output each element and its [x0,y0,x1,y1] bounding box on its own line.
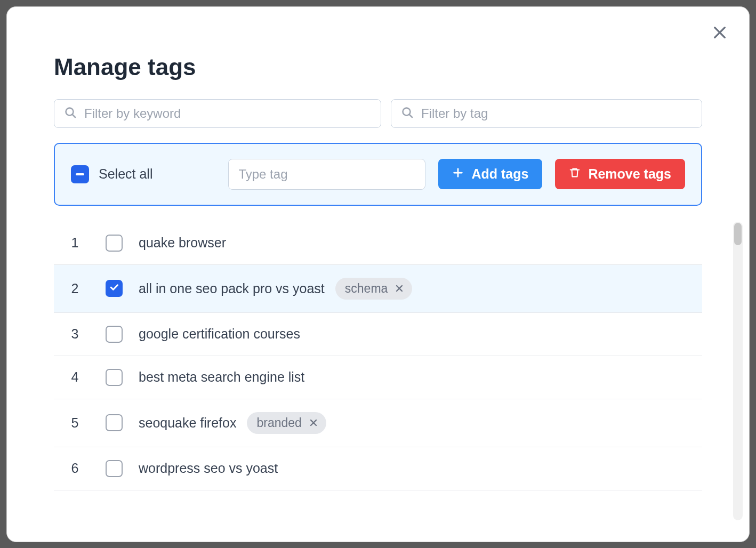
keyword-text: all in one seo pack pro vs yoast [139,281,325,296]
minus-icon [76,173,84,175]
add-tags-label: Add tags [471,166,528,182]
row-content: quake browser [139,235,696,251]
row-number: 1 [60,235,90,251]
row-number: 2 [60,281,90,296]
row-content: wordpress seo vs yoast [139,461,696,476]
tag-remove-icon[interactable] [308,417,319,428]
row-number: 6 [60,461,90,476]
keyword-text: quake browser [139,235,226,251]
row-number: 3 [60,326,90,342]
row-checkbox[interactable] [106,460,123,477]
list-item: 4 best meta search engine list [54,356,702,399]
row-number: 4 [60,369,90,385]
remove-tags-label: Remove tags [588,166,671,182]
row-checkbox[interactable] [106,414,123,431]
tag-remove-icon[interactable] [394,283,405,294]
tag-chip: branded [247,412,326,434]
bulk-actions-bar: Select all Add tags Remove tags [54,143,702,206]
add-tags-button[interactable]: Add tags [438,159,542,189]
modal-title: Manage tags [54,54,702,80]
row-content: google certification courses [139,326,696,342]
tag-chip: schema [335,278,413,300]
tag-chip-label: branded [256,416,301,430]
plus-icon [452,166,464,182]
select-all-label: Select all [99,166,152,182]
close-icon [711,24,728,43]
tag-chip-label: schema [345,281,388,296]
keyword-text: google certification courses [139,326,300,342]
keyword-list: 1 quake browser 2 all in one seo pack pr… [54,222,702,490]
filters-row [54,99,702,128]
trash-icon [569,166,581,182]
list-item: 6 wordpress seo vs yoast [54,447,702,490]
scrollbar-thumb[interactable] [734,223,742,245]
select-all-group: Select all [71,165,152,183]
row-content: best meta search engine list [139,369,696,385]
keyword-text: seoquake firefox [139,415,236,431]
filter-tag-input[interactable] [421,106,692,121]
list-item: 3 google certification courses [54,313,702,356]
keyword-text: best meta search engine list [139,369,304,385]
search-icon [401,106,414,121]
row-content: seoquake firefox branded [139,412,696,434]
remove-tags-button[interactable]: Remove tags [555,159,685,189]
type-tag-input[interactable] [228,159,425,190]
filter-keyword-wrap[interactable] [54,99,381,128]
check-icon [109,282,119,295]
list-item: 2 all in one seo pack pro vs yoast schem… [54,265,702,313]
close-button[interactable] [709,23,730,44]
filter-tag-wrap[interactable] [391,99,702,128]
filter-keyword-input[interactable] [84,106,371,121]
row-checkbox[interactable] [106,280,123,297]
list-item: 1 quake browser [54,222,702,265]
list-item: 5 seoquake firefox branded [54,399,702,447]
row-content: all in one seo pack pro vs yoast schema [139,278,696,300]
manage-tags-modal: Manage tags Select all Add tags [6,6,750,542]
row-number: 5 [60,415,90,431]
row-checkbox[interactable] [106,235,123,252]
row-checkbox[interactable] [106,369,123,386]
search-icon [64,106,77,121]
select-all-checkbox[interactable] [71,165,89,183]
keyword-text: wordpress seo vs yoast [139,461,278,476]
row-checkbox[interactable] [106,326,123,343]
scrollbar[interactable] [733,222,743,520]
